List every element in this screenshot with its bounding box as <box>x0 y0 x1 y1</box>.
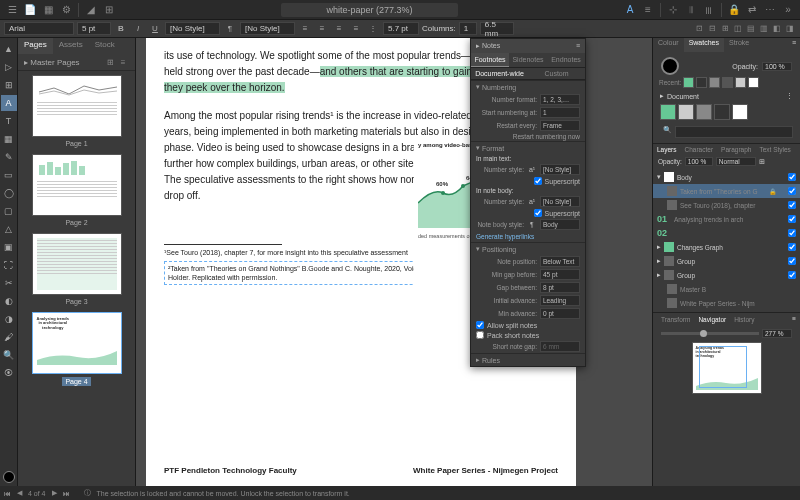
italic-button[interactable]: I <box>131 22 145 36</box>
baseline-icon[interactable]: ≡ <box>640 2 656 18</box>
page-thumb[interactable]: Page 3 <box>22 233 131 306</box>
fg-color-icon[interactable] <box>1 469 17 485</box>
gap-between-field[interactable]: 8 pt <box>540 282 580 293</box>
min-advance-field[interactable]: 0 pt <box>540 308 580 319</box>
tf-icon[interactable]: ◨ <box>784 23 796 35</box>
number-format-field[interactable]: 1, 2, 3,… <box>540 94 580 105</box>
tab-assets[interactable]: Assets <box>53 38 89 54</box>
tab-transform[interactable]: Transform <box>657 315 694 324</box>
section-numbering[interactable]: ▾ Numbering <box>471 81 585 93</box>
align-center-icon[interactable]: ≡ <box>315 22 329 36</box>
tab-swatches[interactable]: Swatches <box>684 38 724 52</box>
tab-stock[interactable]: Stock <box>89 38 121 54</box>
menu-icon[interactable]: ⋮ <box>786 92 793 100</box>
distribute-icon[interactable]: ⫼ <box>701 2 717 18</box>
move-tool-icon[interactable]: ▲ <box>1 41 17 57</box>
body-style-field[interactable]: Body <box>540 219 580 230</box>
node-tool-icon[interactable]: ▷ <box>1 59 17 75</box>
fill-tool-icon[interactable]: ◐ <box>1 293 17 309</box>
visibility-checkbox[interactable] <box>788 187 796 195</box>
master-pages-header[interactable]: ▸ Master Pages ⊞≡ <box>18 54 135 71</box>
tf-icon[interactable]: ⊡ <box>693 23 705 35</box>
last-page-icon[interactable]: ⏭ <box>63 490 70 497</box>
layer-item[interactable]: ▸Group <box>653 268 800 282</box>
lock-icon[interactable]: 🔒 <box>726 2 742 18</box>
tab-stroke[interactable]: Stroke <box>724 38 754 52</box>
app-menu-icon[interactable]: ☰ <box>4 2 20 18</box>
layer-item[interactable]: See Touro (2018), chapter <box>653 198 800 212</box>
num-style-field[interactable]: [No Style] <box>540 164 580 175</box>
page-thumb[interactable]: Page 1 <box>22 75 131 148</box>
superscript-checkbox[interactable] <box>534 209 542 217</box>
tab-navigator[interactable]: Navigator <box>694 315 730 324</box>
columns-field[interactable]: 1 <box>459 22 477 35</box>
list-icon[interactable]: ⋮ <box>366 22 380 36</box>
superscript-checkbox[interactable] <box>534 177 542 185</box>
tab-textstyles[interactable]: Text Styles <box>755 144 794 155</box>
shape-tool-icon[interactable]: ▭ <box>1 167 17 183</box>
ellipse-tool-icon[interactable]: ◯ <box>1 185 17 201</box>
frame-text-icon[interactable]: T <box>1 113 17 129</box>
restart-every-field[interactable]: Frame <box>540 120 580 131</box>
transparency-icon[interactable]: ◑ <box>1 311 17 327</box>
menu-icon[interactable]: ≡ <box>576 42 580 50</box>
swatch[interactable] <box>660 104 676 120</box>
gutter-field[interactable]: 6.5 mm <box>480 22 514 35</box>
swatch[interactable] <box>709 77 720 88</box>
bold-button[interactable]: B <box>114 22 128 36</box>
layer-item[interactable]: 02 <box>653 226 800 240</box>
document-title[interactable]: white-paper (277.3%) <box>281 3 457 17</box>
color-picker-icon[interactable]: ⦿ <box>1 365 17 381</box>
snap-icon[interactable]: ⊹ <box>665 2 681 18</box>
layer-item[interactable]: Master B <box>653 282 800 296</box>
rounded-rect-icon[interactable]: ▢ <box>1 203 17 219</box>
text-tool-icon[interactable]: A <box>1 95 17 111</box>
leading-field[interactable]: 5.7 pt <box>383 22 419 35</box>
tab-footnotes[interactable]: Footnotes <box>471 53 509 67</box>
panel-icon[interactable]: ⊞ <box>759 158 765 166</box>
layer-item[interactable]: ▸Changes Graph <box>653 240 800 254</box>
visibility-checkbox[interactable] <box>788 173 796 181</box>
first-page-icon[interactable]: ⏮ <box>4 490 11 497</box>
tab-colour[interactable]: Colour <box>653 38 684 52</box>
visibility-checkbox[interactable] <box>788 243 796 251</box>
note-position-field[interactable]: Below Text <box>540 256 580 267</box>
visibility-checkbox[interactable] <box>788 229 796 237</box>
picture-frame-icon[interactable]: ▣ <box>1 239 17 255</box>
menu-icon[interactable]: ≡ <box>117 56 129 68</box>
align-justify-icon[interactable]: ≡ <box>349 22 363 36</box>
grid-icon[interactable]: ⊞ <box>101 2 117 18</box>
tf-icon[interactable]: ▥ <box>758 23 770 35</box>
layer-opacity-field[interactable]: 100 % <box>685 157 713 166</box>
persona-icon[interactable]: ◢ <box>83 2 99 18</box>
tf-icon[interactable]: ⊟ <box>706 23 718 35</box>
tf-icon[interactable]: ◫ <box>732 23 744 35</box>
tab-endnotes[interactable]: Endnotes <box>547 53 585 67</box>
font-size-field[interactable]: 5 pt <box>77 22 111 35</box>
tab-custom[interactable]: Custom <box>528 68 585 79</box>
swatch[interactable] <box>683 77 694 88</box>
menu-icon[interactable]: ≡ <box>792 315 796 324</box>
layer-item[interactable]: Taken from "Theories on G🔒 <box>653 184 800 198</box>
tab-layers[interactable]: Layers <box>653 144 681 155</box>
swatch-search-input[interactable] <box>675 126 793 138</box>
swatch[interactable] <box>696 77 707 88</box>
tab-document-wide[interactable]: Document-wide <box>471 68 528 79</box>
layers-icon[interactable]: ▦ <box>40 2 56 18</box>
visibility-checkbox[interactable] <box>788 257 796 265</box>
swatch[interactable] <box>714 104 730 120</box>
opacity-field[interactable]: 100 % <box>762 62 792 71</box>
tf-icon[interactable]: ⊞ <box>719 23 731 35</box>
font-family-field[interactable]: Arial <box>4 22 74 35</box>
char-style-field[interactable]: [No Style] <box>165 22 220 35</box>
brush-tool-icon[interactable]: 🖌 <box>1 329 17 345</box>
swatch[interactable] <box>696 104 712 120</box>
add-icon[interactable]: ⊞ <box>104 56 116 68</box>
swatch[interactable] <box>678 104 694 120</box>
vector-crop-icon[interactable]: ✂ <box>1 275 17 291</box>
doc-swatches-label[interactable]: Document <box>667 93 699 100</box>
align-right-icon[interactable]: ≡ <box>332 22 346 36</box>
blend-mode-field[interactable]: Normal <box>716 157 756 166</box>
section-rules[interactable]: ▸ Rules <box>471 354 585 366</box>
zoom-tool-icon[interactable]: 🔍 <box>1 347 17 363</box>
